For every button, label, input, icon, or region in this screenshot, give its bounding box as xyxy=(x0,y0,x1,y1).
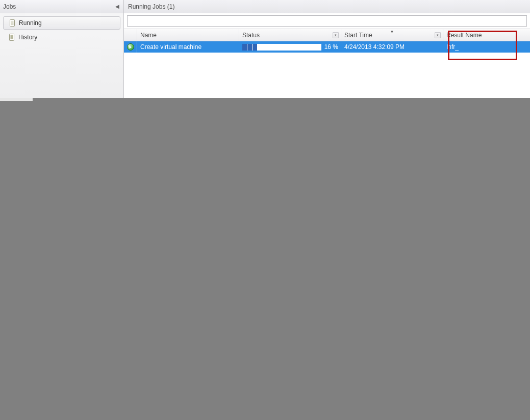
filter-dropdown-icon[interactable]: ▾ xyxy=(333,32,339,38)
progress-bar xyxy=(242,44,321,51)
filter-dropdown-icon[interactable]: ▾ xyxy=(435,32,441,38)
column-label: Result Name xyxy=(446,32,482,39)
job-status-progress-cell: 16 % xyxy=(239,41,341,53)
progress-percent-text: 16 % xyxy=(324,43,338,51)
document-icon xyxy=(9,19,16,27)
column-header-name[interactable]: Name xyxy=(137,29,239,41)
column-header-status[interactable]: Status ▾ xyxy=(239,29,341,41)
main-area: Running Jobs (1) Name Status ▾ Start T xyxy=(124,0,530,98)
job-result-name: Infr_ xyxy=(446,43,459,51)
job-result-name-cell: Infr_ xyxy=(443,41,530,53)
job-start-time: 4/24/2013 4:32:09 PM xyxy=(344,43,405,51)
job-name-cell: Create virtual machine xyxy=(137,41,239,53)
sidebar-item-history[interactable]: History xyxy=(3,31,120,44)
main-title: Running Jobs (1) xyxy=(128,3,174,10)
progress-wrap: 16 % xyxy=(242,43,338,51)
document-icon xyxy=(8,34,15,41)
column-label: Name xyxy=(140,32,157,39)
jobs-table: Name Status ▾ Start Time ▼ ▾ Result Name xyxy=(124,29,530,53)
sidebar-header: Jobs ◀ xyxy=(0,0,123,13)
jobs-panel: Jobs ◀ Running xyxy=(0,0,530,98)
column-label: Start Time xyxy=(344,32,372,39)
column-label: Status xyxy=(242,32,260,39)
job-status-cell xyxy=(124,41,137,53)
table-header: Name Status ▾ Start Time ▼ ▾ Result Name xyxy=(124,29,530,41)
column-header-icon[interactable] xyxy=(124,29,137,41)
svg-marker-10 xyxy=(130,45,132,48)
empty-area xyxy=(0,98,530,420)
job-start-time-cell: 4/24/2013 4:32:09 PM xyxy=(341,41,443,53)
table-row[interactable]: Create virtual machine 16 % xyxy=(124,41,530,53)
collapse-sidebar-icon[interactable]: ◀ xyxy=(114,4,120,9)
sidebar-bottom-edge xyxy=(0,98,33,101)
sidebar-title: Jobs xyxy=(3,3,16,10)
sort-descending-icon: ▼ xyxy=(390,30,394,34)
job-name: Create virtual machine xyxy=(140,43,201,51)
column-header-result-name[interactable]: Result Name xyxy=(443,29,530,41)
play-icon xyxy=(127,43,134,51)
main-header: Running Jobs (1) xyxy=(124,0,530,13)
search-row xyxy=(124,13,530,29)
sidebar-item-running[interactable]: Running xyxy=(3,16,120,30)
sidebar-item-label: Running xyxy=(19,19,42,27)
sidebar-items: Running History xyxy=(0,13,123,45)
sidebar-item-label: History xyxy=(18,34,37,41)
search-input[interactable] xyxy=(127,15,527,27)
column-header-start-time[interactable]: Start Time ▼ ▾ xyxy=(341,29,443,41)
sidebar: Jobs ◀ Running xyxy=(0,0,124,98)
